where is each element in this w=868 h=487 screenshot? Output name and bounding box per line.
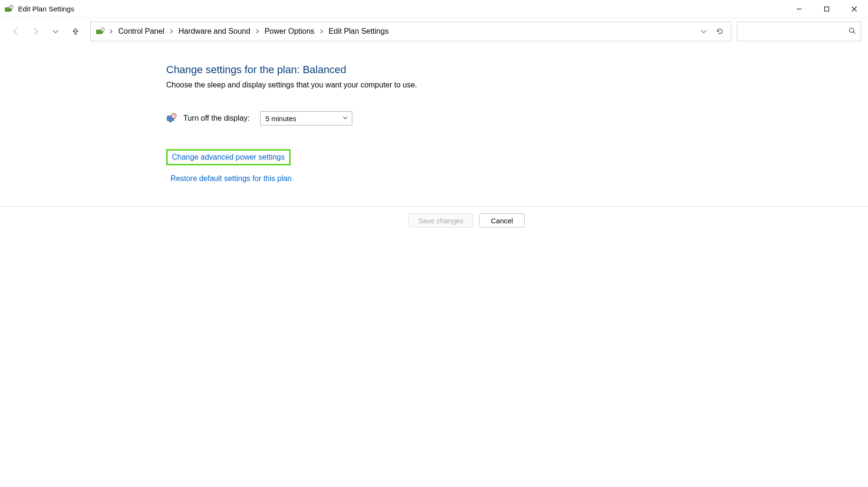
change-advanced-link[interactable]: Change advanced power settings <box>166 149 291 165</box>
breadcrumb-hardware-and-sound[interactable]: Hardware and Sound <box>175 25 254 38</box>
page-heading: Change settings for the plan: Balanced <box>166 64 868 76</box>
control-panel-icon <box>95 26 106 37</box>
maximize-button[interactable] <box>813 0 840 18</box>
window-title: Edit Plan Settings <box>18 5 74 13</box>
display-off-value: 5 minutes <box>265 115 296 123</box>
breadcrumb-edit-plan-settings[interactable]: Edit Plan Settings <box>325 25 392 38</box>
save-changes-button[interactable]: Save changes <box>408 213 473 228</box>
recent-dropdown-button[interactable] <box>47 22 65 40</box>
address-dropdown-button[interactable] <box>696 23 712 39</box>
close-button[interactable] <box>840 0 868 18</box>
svg-rect-5 <box>825 7 829 11</box>
svg-point-10 <box>101 28 104 31</box>
chevron-right-icon[interactable] <box>108 28 114 35</box>
breadcrumb-control-panel[interactable]: Control Panel <box>114 25 168 38</box>
search-input[interactable] <box>742 22 849 41</box>
cancel-button[interactable]: Cancel <box>479 213 525 228</box>
content: Change settings for the plan: Balanced C… <box>0 45 868 487</box>
restore-defaults-link[interactable]: Restore default settings for this plan <box>166 172 296 185</box>
nav-row: Control Panel Hardware and Sound Power O… <box>0 18 868 45</box>
chevron-down-icon <box>342 115 348 122</box>
svg-rect-14 <box>169 121 172 122</box>
monitor-clock-icon <box>166 113 177 124</box>
forward-button[interactable] <box>27 22 45 40</box>
breadcrumb-power-options[interactable]: Power Options <box>261 25 318 38</box>
search-icon[interactable] <box>849 27 856 36</box>
address-bar[interactable]: Control Panel Hardware and Sound Power O… <box>90 21 731 41</box>
page-subtext: Choose the sleep and display settings th… <box>166 81 868 89</box>
display-off-dropdown[interactable]: 5 minutes <box>260 111 352 125</box>
chevron-right-icon[interactable] <box>318 28 325 35</box>
titlebar: Edit Plan Settings <box>0 0 868 18</box>
button-row: Save changes Cancel <box>0 207 868 228</box>
up-button[interactable] <box>66 22 85 40</box>
chevron-right-icon[interactable] <box>168 28 175 35</box>
chevron-right-icon[interactable] <box>254 28 261 35</box>
minimize-button[interactable] <box>785 0 813 18</box>
svg-line-12 <box>853 32 855 34</box>
svg-point-11 <box>849 28 854 32</box>
battery-plug-icon <box>5 4 14 14</box>
search-box[interactable] <box>737 21 861 41</box>
back-button[interactable] <box>7 22 25 40</box>
display-off-row: Turn off the display: 5 minutes <box>166 111 868 125</box>
refresh-button[interactable] <box>712 23 728 39</box>
display-off-label: Turn off the display: <box>183 114 254 123</box>
svg-rect-3 <box>11 5 12 6</box>
